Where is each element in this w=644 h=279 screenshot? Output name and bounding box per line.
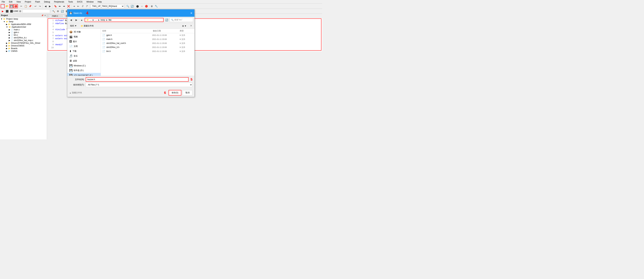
addr-up-btn[interactable]: ▲ [79, 18, 84, 22]
replace-btn[interactable]: 🔄 [130, 4, 134, 8]
help-dialog-btn[interactable]: ? [189, 24, 193, 28]
menu-tools[interactable]: Tools [67, 0, 74, 3]
view-btn[interactable]: ⊞ ▼ [181, 24, 188, 28]
nav-3d[interactable]: 📦 3D 对象 [67, 29, 101, 34]
file-item-tim-h[interactable]: 📄 tim.h 2021-01-11 20:08 H 文件 [101, 49, 194, 53]
file-item-hal-conf[interactable]: 📄 stm32f4xx_hal_conf.h 2021-01-11 20:08 … [101, 41, 194, 45]
circle1-btn[interactable]: ⬤ [136, 4, 140, 8]
compile-btn[interactable]: ⚙ [56, 9, 60, 13]
save-all-btn[interactable]: 🔴 [14, 4, 18, 8]
nav-docs[interactable]: 📄 文档 [67, 44, 101, 49]
circle2-btn[interactable]: ○ [140, 4, 144, 8]
menu-project[interactable]: Project [24, 0, 32, 3]
search-btn[interactable]: 🔍 [126, 4, 130, 8]
tree-tim-c[interactable]: ▶ 📄 tim.c [0, 34, 46, 36]
file-item-main-h[interactable]: 📄 main.h 2021-01-11 20:08 H 文件 [101, 37, 194, 41]
bookmark-prev-btn[interactable]: ⬅ [58, 4, 62, 8]
nav-music[interactable]: 🎵 音乐 [67, 54, 101, 58]
dialog-cancel-btn[interactable]: 取消 [183, 90, 192, 95]
uncomment-btn[interactable]: /* [85, 4, 89, 8]
stop-btn[interactable]: ⬛ [5, 9, 9, 13]
nav-video[interactable]: 🎬 视频 [67, 34, 101, 39]
menu-flash[interactable]: Flash [34, 0, 41, 3]
nav-drive-e[interactable]: 💾 YZY PASSPORT (E:) [67, 73, 101, 76]
bookmark-btn[interactable]: 🔖 [53, 4, 57, 8]
menu-file[interactable]: File [1, 0, 6, 3]
build-all-btn[interactable]: 🔨 [52, 9, 56, 13]
menu-view[interactable]: View [16, 0, 22, 3]
nav-pictures[interactable]: 🖼 图片 [67, 39, 101, 44]
menu-svcs[interactable]: SVCS [76, 0, 84, 3]
col-type-header[interactable]: 类型 [180, 29, 193, 32]
addr-forward-btn[interactable]: ▶ [74, 18, 79, 22]
load-btn[interactable]: LOAD [14, 9, 18, 13]
nav-music-icon: 🎵 [69, 54, 73, 58]
save-btn[interactable]: 💾 [10, 4, 14, 8]
open-file-btn[interactable]: 📂 [5, 4, 9, 8]
filetype-select[interactable]: All Files (*.*) [86, 83, 192, 87]
tree-root[interactable]: ▼ 📁 Project: beep [0, 17, 46, 20]
cut-btn[interactable]: ✂ [19, 4, 23, 8]
hide-files-toggle[interactable]: ▲ 隐藏文件夹 [69, 91, 82, 94]
nav-drive-c[interactable]: 💾 Windows (C:) [67, 63, 101, 68]
redo-btn[interactable]: ↪ [38, 4, 42, 8]
circle3-btn[interactable]: 🔴 [144, 4, 148, 8]
org-btn[interactable]: 组织 ▼ [68, 24, 78, 28]
step-btn[interactable]: ⬛ [10, 9, 14, 13]
nav-fwd-btn[interactable]: ▶ [48, 4, 52, 8]
bookmark-next-btn[interactable]: ➡ [62, 4, 66, 8]
panel-pin-icon[interactable]: 📌 [41, 14, 44, 16]
tree-msp-c[interactable]: ▶ 📄 stm32f4xx_hal_msp.c [0, 39, 46, 42]
addr-refresh-btn[interactable]: 🔄 [164, 18, 169, 22]
screen-btn[interactable]: 🖥 [150, 4, 154, 8]
tree-cmsis2[interactable]: ▶ 💎 CMSIS [0, 50, 46, 52]
file-item-it-h[interactable]: 📄 stm32f4xx_it.h 2021-01-11 20:08 H 文件 [101, 45, 194, 49]
nav-drive-d[interactable]: 💾 软件盘 (D:) [67, 68, 101, 73]
tree-cmsis[interactable]: ▶ 📁 Drivers/CMSIS [0, 44, 46, 47]
tree-gpio-c[interactable]: ▶ 📄 gpio.c [0, 31, 46, 34]
col-name-header[interactable]: 名称 [102, 29, 153, 32]
menu-debug[interactable]: Debug [43, 0, 51, 3]
new-file-btn[interactable]: 📄 [1, 4, 5, 8]
nav-3d-label: 3D 对象 [74, 30, 81, 33]
panel-close-icon[interactable]: ✕ [44, 14, 46, 16]
rebuild-btn[interactable]: 🔃 [60, 9, 64, 13]
menu-window[interactable]: Window [86, 0, 94, 3]
tree-app-user[interactable]: ▼ 📁 Application/User [0, 26, 46, 28]
addr-back-btn[interactable]: ◀ [68, 18, 73, 22]
tree-hal-driver[interactable]: ▶ 📁 Drivers/STM32F4xx_HAL_Driver [0, 42, 46, 44]
nav-back-btn[interactable]: ◀ [44, 4, 48, 8]
settings-btn2[interactable]: ⚙ [18, 9, 22, 13]
nav-downloads[interactable]: ⬇ 下载 [67, 49, 101, 54]
wrench-btn[interactable]: 🔧 [154, 4, 158, 8]
nav-desktop[interactable]: 🖥 桌面 [67, 58, 101, 63]
filename-input[interactable] [86, 77, 188, 82]
addr-path[interactable]: 📁 … ▶ … ▶ beep ▶ Inc [85, 18, 164, 22]
outdent-btn[interactable]: ⇤ [76, 4, 80, 8]
tree-mdk-arm[interactable]: ▶ 📁 Application/MDK-ARM [0, 23, 46, 26]
run-btn[interactable]: ▶ [1, 9, 5, 13]
copy-btn[interactable]: 📋 [24, 4, 28, 8]
tree-beep[interactable]: ▼ 📁 beep [0, 20, 46, 23]
file-item-gpio-h[interactable]: 📄 gpio.h 2021-01-11 20:08 H 文件 [101, 33, 194, 37]
col-date-header[interactable]: 修改日期 [153, 29, 180, 32]
dialog-save-btn[interactable]: 保存(S) [168, 90, 181, 95]
tree-boards[interactable]: ▶ 📁 Boards [0, 47, 46, 50]
addr-search-box[interactable]: 🔍 搜索"Inc" [170, 18, 193, 22]
target-name-input[interactable]: beep [22, 9, 50, 13]
undo-btn[interactable]: ↩ [34, 4, 38, 8]
comment-btn[interactable]: // [81, 4, 85, 8]
tree-main-c[interactable]: ▶ 📄 main.c [0, 28, 46, 31]
menu-peripherals[interactable]: Peripherals [53, 0, 65, 3]
menu-help[interactable]: Help [97, 0, 103, 3]
dialog-close-btn[interactable]: ✕ [190, 11, 192, 15]
paste-btn[interactable]: 📌 [28, 4, 32, 8]
indent-btn[interactable]: ⇥ [72, 4, 76, 8]
function-dropdown[interactable]: TIM1_UP_TIM10_IRQHand [90, 4, 124, 8]
file-hal-conf-icon: 📄 [102, 42, 105, 44]
tree-it-c[interactable]: ▶ 📄 stm32f4xx_it.c [0, 36, 46, 39]
bookmark-clear-btn[interactable]: ❌ [66, 4, 70, 8]
tab-main-c[interactable]: 📄 main.c [47, 14, 60, 17]
menu-edit[interactable]: Edit [8, 0, 14, 3]
new-folder-btn[interactable]: 📁 新建文件夹 [79, 24, 95, 28]
